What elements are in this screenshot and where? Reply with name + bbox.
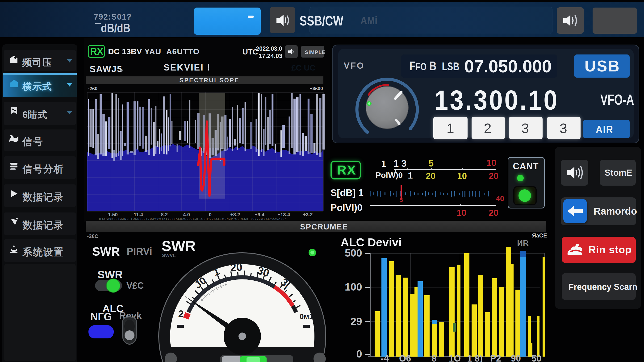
svg-text:1 8): 1 8) xyxy=(467,354,482,362)
svg-text:V£C: V£C xyxy=(126,281,144,290)
svg-text:SWVL —: SWVL — xyxy=(162,253,182,258)
svg-text:SWR: SWR xyxy=(98,268,123,281)
svg-text:1О: 1О xyxy=(449,354,461,362)
svg-text:-11.4: -11.4 xyxy=(132,212,143,217)
svg-text:-8.2: -8.2 xyxy=(159,212,168,217)
svg-text:2: 2 xyxy=(178,308,184,319)
svg-text:500: 500 xyxy=(345,247,362,259)
svg-text:SPECTRUI SOPE: SPECTRUI SOPE xyxy=(180,77,240,84)
svg-text:-1.50: -1.50 xyxy=(106,212,118,217)
svg-text:90: 90 xyxy=(511,354,521,362)
svg-text:+3£00: +3£00 xyxy=(310,86,323,91)
svg-text:8: 8 xyxy=(432,354,436,362)
svg-text:50: 50 xyxy=(532,354,542,362)
svg-text:0: 0 xyxy=(356,348,362,360)
svg-text:+9.4: +9.4 xyxy=(254,212,264,217)
svg-text:20: 20 xyxy=(230,260,243,274)
svg-text:PIRVi: PIRVi xyxy=(127,246,152,257)
svg-text:ALC Devivi: ALC Devivi xyxy=(341,236,402,248)
svg-text:29: 29 xyxy=(350,316,362,327)
svg-text:+3.2: +3.2 xyxy=(303,212,312,217)
svg-text:SWR: SWR xyxy=(92,245,120,258)
svg-text:-4.0: -4.0 xyxy=(182,212,190,217)
svg-text:Р2: Р2 xyxy=(490,354,501,362)
svg-text:-2£C: -2£C xyxy=(87,233,98,239)
svg-text:SWR: SWR xyxy=(162,238,196,254)
svg-text:100: 100 xyxy=(345,281,362,293)
svg-text:+13.4: +13.4 xyxy=(278,212,290,217)
svg-text:0: 0 xyxy=(209,212,212,217)
svg-text:NГG: NГG xyxy=(90,311,112,322)
svg-text:+8.2: +8.2 xyxy=(230,212,240,217)
svg-text:ИR: ИR xyxy=(517,238,529,248)
svg-text:0м1: 0м1 xyxy=(300,312,313,321)
svg-text:-4: -4 xyxy=(381,354,389,362)
svg-text:H4J7A9K2L8M3N6P1Q5R8S2T7U3V9W4: H4J7A9K2L8M3N6P1Q5R8S2T7U3V9W4X1Y6Z8A5B2… xyxy=(99,218,287,220)
svg-text:-2£0: -2£0 xyxy=(88,86,98,91)
svg-text:О6: О6 xyxy=(399,354,411,362)
